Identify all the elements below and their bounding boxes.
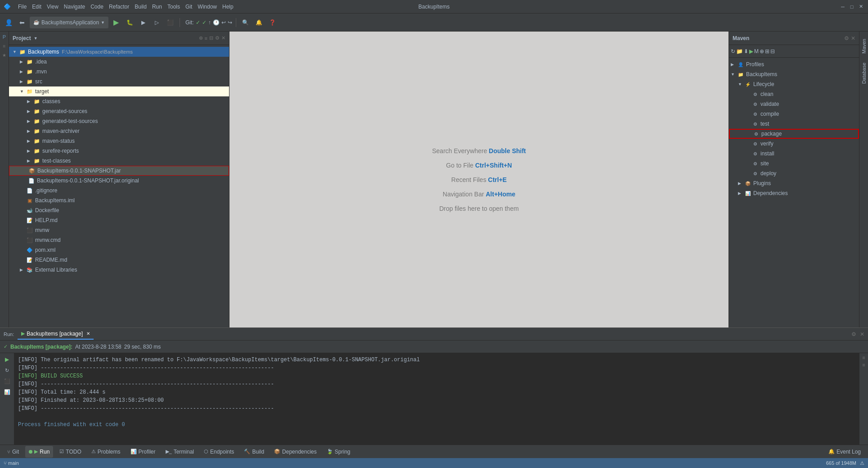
git-push-icon[interactable]: ↑ (208, 19, 211, 26)
panel-filter-icon[interactable]: ⊟ (209, 35, 213, 41)
maximize-button[interactable]: □ (848, 3, 855, 10)
menu-git[interactable]: Git (185, 4, 192, 10)
tool-tab-run[interactable]: ▶ Run (25, 446, 53, 458)
panel-close-icon[interactable]: ✕ (221, 35, 225, 41)
menu-run[interactable]: Run (152, 4, 162, 10)
tree-item-mvnw-cmd[interactable]: ⬛ mvnw.cmd (9, 235, 229, 245)
status-branch[interactable]: ⑂ main (4, 460, 19, 466)
tree-item-src[interactable]: ▶ 📁 src (9, 77, 229, 86)
tool-tab-problems[interactable]: ⚠ Problems (88, 446, 124, 458)
menu-tools[interactable]: Tools (167, 4, 180, 10)
tool-tab-git[interactable]: ⑂ Git (4, 446, 22, 458)
maven-close-icon[interactable]: ✕ (851, 35, 855, 41)
git-check2-icon[interactable]: ✓ (202, 19, 207, 26)
panel-settings-icon[interactable]: ⚙ (215, 35, 220, 41)
maven-refresh-icon[interactable]: ↻ (731, 48, 735, 55)
maven-item-profiles[interactable]: ▶ 👤 Profiles (729, 59, 859, 69)
tree-item-root[interactable]: ▼ 📁 BackupItems F:\JavaWorkspace\BackupI… (9, 47, 229, 57)
maven-item-lifecycle[interactable]: ▼ ⚡ Lifecycle (729, 79, 859, 89)
maven-settings-icon[interactable]: ⚙ (844, 35, 849, 41)
tool-tab-profiler[interactable]: 📊 Profiler (127, 446, 159, 458)
maven-item-package[interactable]: ⚙ package (729, 129, 859, 139)
maven-item-deploy[interactable]: ⚙ deploy (729, 168, 859, 178)
maven-add-icon[interactable]: 📁 (736, 48, 743, 55)
menu-view[interactable]: View (47, 4, 58, 10)
menu-refactor[interactable]: Refactor (109, 4, 129, 10)
tree-item-idea[interactable]: ▶ 📁 .idea (9, 57, 229, 67)
tree-item-pom[interactable]: 🔷 pom.xml (9, 245, 229, 255)
menu-code[interactable]: Code (90, 4, 103, 10)
menu-file[interactable]: File (18, 4, 27, 10)
maven-run-icon[interactable]: ▶ (749, 48, 753, 55)
panel-sort-icon[interactable]: ≡ (205, 36, 207, 41)
tree-item-snapshot-jar-original[interactable]: 📄 BackupItems-0.0.1-SNAPSHOT.jar.origina… (9, 176, 229, 186)
scroll-to-top-icon[interactable]: ≡ (862, 355, 865, 360)
maven-item-site[interactable]: ⚙ site (729, 159, 859, 168)
tree-item-gen-sources[interactable]: ▶ 📁 generated-sources (9, 106, 229, 116)
tool-tab-build[interactable]: 🔨 Build (240, 446, 268, 458)
scroll-to-bottom-icon[interactable]: ≡ (862, 362, 865, 368)
tool-tab-spring[interactable]: 🍃 Spring (323, 446, 354, 458)
git-history-icon[interactable]: 🕐 (213, 19, 220, 26)
status-warnings-icon[interactable]: ⚠ (860, 460, 864, 466)
tree-item-gen-test-sources[interactable]: ▶ 📁 generated-test-sources (9, 116, 229, 126)
menu-help[interactable]: Help (222, 4, 234, 10)
maven-item-plugins[interactable]: ▶ 📦 Plugins (729, 178, 859, 188)
git-undo-icon[interactable]: ↩ (221, 19, 226, 26)
coverage-button[interactable]: ▶ (137, 17, 149, 28)
maven-item-dependencies[interactable]: ▶ 📊 Dependencies (729, 188, 859, 198)
maven-item-install[interactable]: ⚙ install (729, 149, 859, 159)
maven-download-icon[interactable]: ⬇ (744, 48, 748, 55)
tree-item-mvnw[interactable]: ⬛ mvnw (9, 225, 229, 235)
tree-item-maven-status[interactable]: ▶ 📁 maven-status (9, 136, 229, 146)
profile-button[interactable]: ▷ (151, 17, 162, 28)
help-tooltip-button[interactable]: ❓ (267, 17, 279, 28)
panel-collapse-icon[interactable]: ⊕ (199, 35, 203, 41)
git-check-icon[interactable]: ✓ (196, 19, 200, 26)
tree-item-surefire-reports[interactable]: ▶ 📁 surefire-reports (9, 146, 229, 156)
maven-sidebar-label[interactable]: Maven (860, 35, 868, 57)
run-config-dropdown[interactable]: ☕ BackupItemsApplication ▼ (30, 17, 108, 28)
tree-item-mvn[interactable]: ▶ 📁 .mvn (9, 67, 229, 77)
close-button[interactable]: ✕ (857, 3, 864, 10)
git-redo-icon[interactable]: ↪ (228, 19, 232, 26)
menu-navigate[interactable]: Navigate (64, 4, 85, 10)
menu-edit[interactable]: Edit (32, 4, 41, 10)
menu-window[interactable]: Window (198, 4, 217, 10)
tree-item-ext-libs[interactable]: ▶ 📚 External Libraries (9, 265, 229, 275)
close-panel-icon[interactable]: ✕ (860, 331, 864, 337)
search-button[interactable]: 🔍 (240, 17, 252, 28)
database-sidebar-label[interactable]: Database (860, 59, 868, 87)
run-tab-close-icon[interactable]: ✕ (86, 331, 90, 336)
maven-item-verify[interactable]: ⚙ verify (729, 139, 859, 149)
panel-dropdown-icon[interactable]: ▼ (34, 36, 38, 41)
maven-item-clean[interactable]: ⚙ clean (729, 89, 859, 99)
tree-item-gitignore[interactable]: 📄 .gitignore (9, 186, 229, 195)
tree-item-snapshot-jar[interactable]: 📦 BackupItems-0.0.1-SNAPSHOT.jar (9, 166, 229, 176)
stop-button[interactable]: ⬛ (3, 377, 12, 386)
menu-build[interactable]: Build (135, 4, 147, 10)
stop-button[interactable]: ⬛ (164, 17, 176, 28)
maven-execute-icon[interactable]: M (754, 48, 759, 55)
project-icon[interactable]: P (1, 33, 8, 41)
tree-item-maven-archiver[interactable]: ▶ 📁 maven-archiver (9, 126, 229, 136)
bookmark-icon[interactable]: ★ (1, 51, 8, 59)
maven-skip-icon[interactable]: ⊕ (760, 48, 764, 55)
debug-button[interactable]: 🐛 (124, 17, 135, 28)
maven-item-validate[interactable]: ⚙ validate (729, 99, 859, 109)
avatar-button[interactable]: 👤 (3, 17, 14, 28)
status-memory[interactable]: 665 of 1948M (826, 460, 856, 466)
run-again-button[interactable]: ▶ (3, 355, 12, 364)
tree-item-classes[interactable]: ▶ 📁 classes (9, 96, 229, 106)
run-button[interactable]: ▶ (110, 17, 122, 28)
rerun-button[interactable]: ↻ (3, 366, 12, 375)
tool-tab-terminal[interactable]: ▶_ Terminal (162, 446, 198, 458)
minimize-button[interactable]: ─ (839, 3, 846, 10)
tool-tab-todo[interactable]: ☑ TODO (56, 446, 85, 458)
maven-item-backupitems[interactable]: ▼ 📁 BackupItems (729, 69, 859, 79)
maven-collapse-icon[interactable]: ⊟ (770, 48, 775, 55)
event-log-button[interactable]: 🔔 Event Log (825, 446, 864, 458)
tree-item-target[interactable]: ▼ 📁 target (9, 86, 229, 96)
tree-item-readme[interactable]: 📝 README.md (9, 255, 229, 265)
settings-icon[interactable]: ⚙ (851, 331, 856, 337)
